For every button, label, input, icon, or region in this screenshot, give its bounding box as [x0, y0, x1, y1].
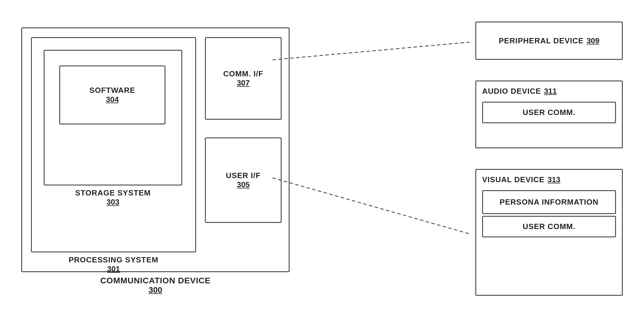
user-if-number: 305 — [226, 180, 261, 189]
visual-device-header: VISUAL DEVICE 313 — [476, 170, 622, 187]
storage-system-box: SOFTWARE 304 STORAGE SYSTEM 303 — [44, 50, 182, 185]
user-if-label: USER I/F — [226, 171, 261, 180]
audio-user-comm-box: USER COMM. — [482, 102, 616, 123]
comm-device-label: COMMUNICATION DEVICE 300 — [22, 276, 289, 295]
audio-device-header: AUDIO DEVICE 311 — [476, 81, 622, 99]
processing-system-box: SOFTWARE 304 STORAGE SYSTEM 303 PROCESSI… — [31, 37, 196, 252]
processing-system-label: PROCESSING SYSTEM 301 — [32, 255, 195, 274]
visual-user-comm-box: USER COMM. — [482, 216, 616, 237]
software-label: SOFTWARE — [89, 86, 135, 95]
persona-info-text: PERSONA INFORMATION — [483, 191, 615, 213]
visual-device-box: VISUAL DEVICE 313 PERSONA INFORMATION US… — [475, 169, 623, 296]
user-if-box: USER I/F 305 — [205, 137, 282, 223]
software-box: SOFTWARE 304 — [59, 65, 165, 124]
storage-system-label: STORAGE SYSTEM 303 — [45, 188, 181, 207]
software-number: 304 — [89, 95, 135, 104]
peripheral-device-label: PERIPHERAL DEVICE 309 — [499, 36, 599, 45]
comm-if-label: COMM. I/F — [223, 69, 263, 78]
svg-line-1 — [272, 178, 469, 234]
svg-line-0 — [272, 42, 469, 60]
communication-device-box: SOFTWARE 304 STORAGE SYSTEM 303 PROCESSI… — [21, 27, 290, 272]
diagram-container: SOFTWARE 304 STORAGE SYSTEM 303 PROCESSI… — [12, 10, 632, 322]
persona-info-box: PERSONA INFORMATION — [482, 190, 616, 214]
comm-if-number: 307 — [223, 78, 263, 88]
peripheral-device-box: PERIPHERAL DEVICE 309 — [475, 22, 623, 60]
comm-if-box: COMM. I/F 307 — [205, 37, 282, 120]
audio-device-box: AUDIO DEVICE 311 USER COMM. — [475, 80, 623, 148]
